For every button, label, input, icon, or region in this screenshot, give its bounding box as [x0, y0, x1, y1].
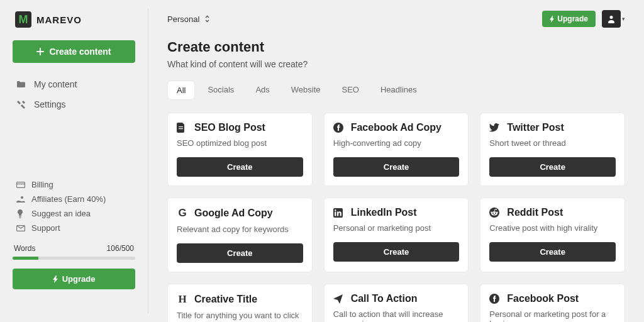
sidebar-item-affiliates[interactable]: Affiliates (Earn 40%)	[13, 192, 135, 206]
sidebar-item-label: My content	[34, 79, 77, 89]
twitter-icon	[489, 123, 501, 132]
content-card: Reddit PostCreative post with high viral…	[480, 197, 625, 272]
card-description: Personal or marketing post	[333, 223, 460, 235]
card-title-row: Reddit Post	[489, 207, 616, 218]
envelope-icon	[16, 225, 25, 231]
content-cards-grid: SEO Blog PostSEO optimized blog postCrea…	[167, 113, 625, 322]
chevron-down-icon: ▾	[622, 16, 625, 22]
svg-point-16	[497, 211, 498, 213]
svg-point-10	[335, 209, 336, 211]
plus-icon	[36, 48, 44, 55]
title-h-icon: H	[177, 293, 188, 306]
card-description: Personal or marketing post for a busines…	[489, 309, 616, 322]
card-title-row: LinkedIn Post	[333, 207, 460, 218]
card-title-row: SEO Blog Post	[177, 122, 303, 133]
content-card: LinkedIn PostPersonal or marketing postC…	[324, 197, 469, 272]
sidebar-item-settings[interactable]: Settings	[13, 94, 135, 114]
topbar-upgrade-button[interactable]: Upgrade	[542, 11, 596, 27]
svg-rect-9	[335, 211, 336, 216]
content-card: GGoogle Ad CopyRelevant ad copy for keyw…	[167, 197, 313, 272]
sidebar-item-label: Settings	[34, 99, 66, 109]
facebook-icon	[333, 123, 345, 133]
svg-point-13	[492, 213, 494, 214]
content-card: Facebook PostPersonal or marketing post …	[480, 284, 625, 322]
card-title: Creative Title	[194, 294, 257, 305]
card-create-button[interactable]: Create	[177, 243, 303, 263]
lightbulb-icon	[16, 209, 25, 218]
content-card: Call To ActionCall to action that will i…	[324, 284, 469, 322]
usage-progress	[13, 257, 135, 260]
google-icon: G	[177, 207, 188, 219]
svg-point-15	[491, 211, 492, 213]
card-title-row: GGoogle Ad Copy	[177, 207, 303, 219]
card-create-button[interactable]: Create	[333, 157, 460, 177]
brand-mark-icon: M	[15, 11, 31, 28]
sidebar-item-support[interactable]: Support	[13, 221, 135, 235]
usage-value: 106/500	[107, 244, 134, 253]
card-description: Call to action that will increase conver…	[333, 309, 460, 322]
card-title: Google Ad Copy	[194, 208, 273, 219]
card-create-button[interactable]: Create	[333, 242, 460, 262]
sidebar-item-label: Support	[31, 223, 60, 233]
card-title-row: Twitter Post	[489, 122, 616, 133]
tab-all[interactable]: All	[167, 80, 195, 100]
sidebar-item-billing[interactable]: Billing	[13, 177, 135, 192]
send-icon	[333, 294, 345, 304]
usage-progress-fill	[13, 257, 38, 260]
card-title: Call To Action	[351, 293, 418, 304]
workspace-label: Personal	[167, 14, 199, 24]
tab-seo[interactable]: SEO	[333, 80, 368, 100]
usage-label: Words	[14, 244, 35, 253]
card-description: Relevant ad copy for keywords	[177, 225, 303, 236]
sidebar-item-label: Suggest an idea	[31, 209, 91, 218]
brand-name: MAREVO	[36, 14, 82, 25]
card-description: Creative post with high virality	[489, 223, 616, 235]
sidebar-upgrade-button[interactable]: Upgrade	[13, 269, 135, 289]
brand-logo: M MAREVO	[13, 11, 135, 28]
sort-icon	[204, 15, 210, 23]
card-title-row: Facebook Post	[489, 293, 616, 304]
tab-socials[interactable]: Socials	[199, 80, 243, 100]
content-card: HCreative TitleTitle for anything you wa…	[167, 284, 313, 322]
content-card: Twitter PostShort tweet or threadCreate	[480, 113, 625, 186]
card-title: Reddit Post	[507, 207, 563, 218]
card-description: Short tweet or thread	[489, 138, 616, 150]
sidebar-item-my-content[interactable]: My content	[13, 74, 135, 94]
bolt-icon	[53, 275, 58, 283]
file-icon	[177, 123, 188, 133]
svg-point-2	[21, 196, 23, 199]
upgrade-label: Upgrade	[557, 14, 588, 23]
sidebar-item-label: Billing	[31, 180, 53, 189]
facebook-icon	[489, 294, 501, 304]
credit-card-icon	[16, 182, 25, 188]
account-menu[interactable]: ▾	[602, 10, 625, 28]
card-title-row: HCreative Title	[177, 293, 303, 306]
content-card: SEO Blog PostSEO optimized blog postCrea…	[167, 113, 313, 186]
card-create-button[interactable]: Create	[489, 242, 616, 262]
hand-coin-icon	[16, 196, 25, 203]
content-tabs: AllSocialsAdsWebsiteSEOHeadlines	[167, 80, 625, 100]
linkedin-icon	[333, 208, 345, 218]
card-description: SEO optimized blog post	[177, 138, 303, 150]
workspace-selector[interactable]: Personal	[167, 14, 210, 24]
svg-rect-5	[179, 126, 183, 127]
card-title-row: Facebook Ad Copy	[333, 122, 460, 133]
svg-rect-6	[179, 128, 183, 129]
card-create-button[interactable]: Create	[489, 157, 616, 177]
tab-headlines[interactable]: Headlines	[372, 80, 426, 100]
card-create-button[interactable]: Create	[177, 157, 303, 177]
svg-point-4	[610, 16, 613, 19]
folder-icon	[16, 80, 26, 88]
card-description: High-converting ad copy	[333, 138, 460, 150]
card-title: LinkedIn Post	[351, 207, 417, 218]
tab-website[interactable]: Website	[282, 80, 330, 100]
card-title: SEO Blog Post	[194, 122, 265, 133]
page-subtitle: What kind of content will we create?	[167, 59, 625, 69]
sidebar-item-suggest[interactable]: Suggest an idea	[13, 206, 135, 221]
sidebar-item-label: Affiliates (Earn 40%)	[31, 194, 106, 204]
bolt-icon	[550, 16, 555, 23]
card-title: Facebook Ad Copy	[351, 122, 441, 133]
tab-ads[interactable]: Ads	[247, 80, 278, 100]
card-description: Title for anything you want to click on	[177, 311, 303, 322]
create-content-button[interactable]: Create content	[13, 40, 135, 63]
